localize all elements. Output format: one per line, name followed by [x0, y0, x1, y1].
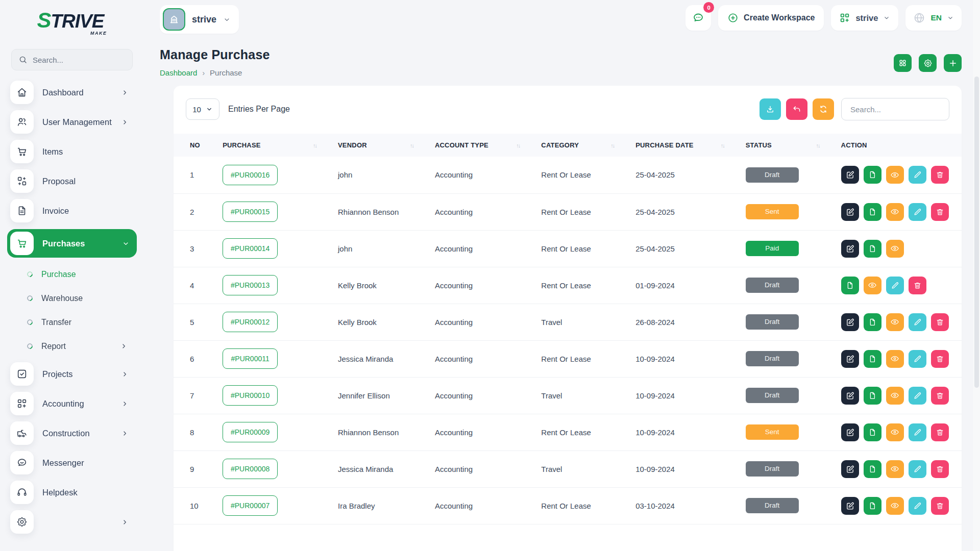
purchase-id-button[interactable]: #PUR00008 — [223, 459, 278, 479]
pencil-action-button[interactable] — [909, 460, 926, 478]
pencil-action-button[interactable] — [909, 350, 926, 368]
trash-action-button[interactable] — [931, 387, 949, 405]
create-workspace-button[interactable]: Create Workspace — [718, 5, 824, 31]
purchase-id-button[interactable]: #PUR00009 — [223, 422, 278, 442]
purchase-id-button[interactable]: #PUR00011 — [223, 348, 278, 369]
sidebar-item-settings[interactable]: Settings — [10, 508, 134, 536]
column-header-vendor[interactable]: VENDOR↑↓ — [333, 134, 430, 157]
sidebar-subitem-report[interactable]: Report — [10, 334, 134, 358]
eye-action-button[interactable] — [864, 277, 881, 294]
language-selector[interactable]: EN — [905, 5, 962, 31]
messages-button[interactable]: 0 — [685, 5, 711, 31]
pencil-action-button[interactable] — [909, 497, 926, 515]
sidebar-subitem-transfer[interactable]: Transfer — [10, 310, 134, 334]
edit-action-button[interactable] — [841, 497, 859, 515]
file-action-button[interactable] — [864, 460, 881, 478]
column-header-category[interactable]: CATEGORY↑↓ — [536, 134, 630, 157]
sidebar-item-projects[interactable]: Projects — [10, 360, 134, 388]
workspace-selector[interactable]: strive — [160, 5, 239, 34]
sidebar-search-input[interactable] — [33, 56, 134, 64]
trash-action-button[interactable] — [931, 350, 949, 368]
pencil-action-button[interactable] — [909, 166, 926, 184]
pencil-action-button[interactable] — [909, 387, 926, 405]
table-search-input[interactable] — [841, 98, 949, 120]
refresh-button[interactable] — [813, 98, 834, 120]
sidebar-item-user-management[interactable]: User Management — [10, 108, 134, 136]
eye-action-button[interactable] — [886, 497, 904, 515]
pencil-action-button[interactable] — [909, 203, 926, 221]
file-action-button[interactable] — [864, 423, 881, 441]
trash-action-button[interactable] — [931, 460, 949, 478]
file-action-button[interactable] — [864, 497, 881, 515]
breadcrumb-dashboard-link[interactable]: Dashboard — [160, 68, 197, 77]
edit-action-button[interactable] — [841, 350, 859, 368]
edit-action-button[interactable] — [841, 387, 859, 405]
eye-action-button[interactable] — [886, 460, 904, 478]
sidebar-item-accounting[interactable]: Accounting — [10, 390, 134, 417]
eye-action-button[interactable] — [886, 240, 904, 258]
scrollbar-thumb[interactable] — [974, 77, 979, 388]
purchase-id-button[interactable]: #PUR00007 — [223, 495, 278, 516]
edit-action-button[interactable] — [841, 203, 859, 221]
purchase-id-button[interactable]: #PUR00016 — [223, 165, 278, 185]
sidebar-item-proposal[interactable]: Proposal — [10, 167, 134, 195]
column-header-account-type[interactable]: ACCOUNT TYPE↑↓ — [430, 134, 536, 157]
settings-button[interactable] — [919, 54, 937, 72]
edit-action-button[interactable] — [841, 313, 859, 331]
sidebar-item-items[interactable]: Items — [10, 138, 134, 165]
sort-icon[interactable]: ↑↓ — [410, 142, 413, 148]
workspace-dropdown[interactable]: strive — [831, 5, 898, 31]
file-action-button[interactable] — [864, 203, 881, 221]
grid-view-button[interactable] — [894, 54, 912, 72]
file-action-button[interactable] — [864, 240, 881, 258]
trash-action-button[interactable] — [931, 423, 949, 441]
sort-icon[interactable]: ↑↓ — [610, 142, 614, 148]
sort-icon[interactable]: ↑↓ — [516, 142, 520, 148]
sidebar-subitem-purchase[interactable]: Purchase — [10, 262, 134, 286]
eye-action-button[interactable] — [886, 423, 904, 441]
undo-button[interactable] — [786, 98, 807, 120]
sidebar-item-construction[interactable]: Construction — [10, 419, 134, 447]
eye-action-button[interactable] — [886, 350, 904, 368]
column-header-purchase-date[interactable]: PURCHASE DATE↑↓ — [630, 134, 741, 157]
file-action-button[interactable] — [864, 387, 881, 405]
purchase-id-button[interactable]: #PUR00015 — [223, 202, 278, 222]
trash-action-button[interactable] — [931, 497, 949, 515]
add-purchase-button[interactable] — [944, 54, 962, 72]
page-scrollbar[interactable] — [973, 0, 980, 551]
sidebar-item-messenger[interactable]: Messenger — [10, 449, 134, 477]
entries-per-page-select[interactable]: 10 — [186, 98, 219, 120]
column-header-status[interactable]: STATUS↑↓ — [741, 134, 836, 157]
sidebar-item-dashboard[interactable]: Dashboard — [10, 79, 134, 106]
edit-action-button[interactable] — [841, 460, 859, 478]
pencil-action-button[interactable] — [886, 277, 904, 294]
export-download-button[interactable] — [760, 98, 781, 120]
purchase-id-button[interactable]: #PUR00012 — [223, 312, 278, 332]
trash-action-button[interactable] — [909, 277, 926, 294]
edit-action-button[interactable] — [841, 240, 859, 258]
sidebar-item-helpdesk[interactable]: Helpdesk — [10, 479, 134, 506]
trash-action-button[interactable] — [931, 166, 949, 184]
trash-action-button[interactable] — [931, 203, 949, 221]
purchase-id-button[interactable]: #PUR00014 — [223, 238, 278, 259]
sidebar-item-invoice[interactable]: Invoice — [10, 197, 134, 224]
eye-action-button[interactable] — [886, 313, 904, 331]
trash-action-button[interactable] — [931, 313, 949, 331]
file-action-button[interactable] — [864, 313, 881, 331]
eye-action-button[interactable] — [886, 203, 904, 221]
purchase-id-button[interactable]: #PUR00013 — [223, 275, 278, 295]
eye-action-button[interactable] — [886, 387, 904, 405]
sort-icon[interactable]: ↑↓ — [313, 142, 316, 148]
purchase-id-button[interactable]: #PUR00010 — [223, 385, 278, 406]
eye-action-button[interactable] — [886, 166, 904, 184]
sidebar-search[interactable] — [11, 49, 133, 70]
sidebar-item-purchases[interactable]: Purchases — [7, 229, 137, 258]
pencil-action-button[interactable] — [909, 423, 926, 441]
file-action-button[interactable] — [864, 350, 881, 368]
pencil-action-button[interactable] — [909, 313, 926, 331]
edit-action-button[interactable] — [841, 423, 859, 441]
sidebar-subitem-warehouse[interactable]: Warehouse — [10, 286, 134, 310]
edit-action-button[interactable] — [841, 166, 859, 184]
sort-icon[interactable]: ↑↓ — [721, 142, 724, 148]
sort-icon[interactable]: ↑↓ — [816, 142, 820, 148]
